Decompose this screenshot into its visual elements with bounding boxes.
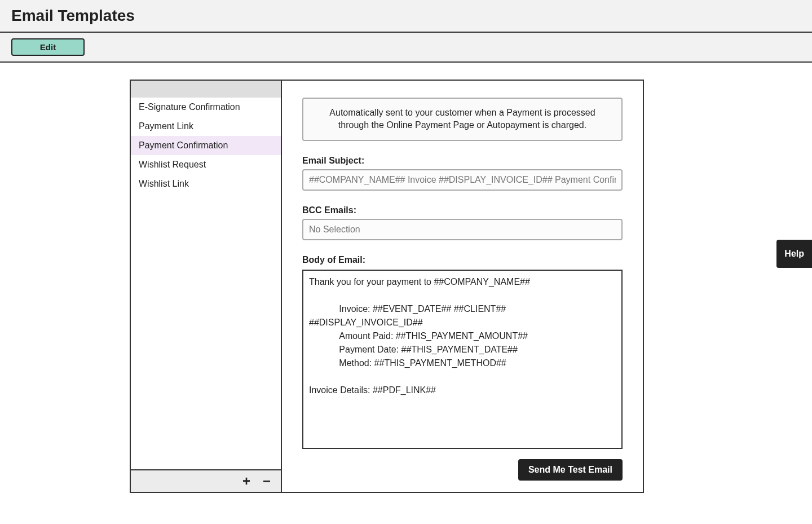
minus-icon[interactable]: − xyxy=(263,474,271,488)
send-test-email-button[interactable]: Send Me Test Email xyxy=(518,459,623,481)
action-row: Send Me Test Email xyxy=(302,459,623,481)
sidebar-item-label: E-Signature Confirmation xyxy=(139,102,240,112)
bcc-emails-input[interactable] xyxy=(302,219,623,240)
sidebar-item-wishlist-link[interactable]: Wishlist Link xyxy=(131,174,281,193)
sidebar-item-label: Payment Confirmation xyxy=(139,140,228,150)
header: Email Templates Edit xyxy=(0,0,812,63)
edit-button[interactable]: Edit xyxy=(11,38,85,56)
sidebar-item-label: Wishlist Link xyxy=(139,179,189,188)
template-description: Automatically sent to your customer when… xyxy=(302,98,623,141)
bcc-emails-label: BCC Emails: xyxy=(302,205,623,215)
help-tab[interactable]: Help xyxy=(776,240,812,268)
sidebar-footer: + − xyxy=(131,469,281,492)
sidebar-item-label: Payment Link xyxy=(139,121,193,131)
sidebar-item-payment-confirmation[interactable]: Payment Confirmation xyxy=(131,136,281,155)
email-subject-input[interactable] xyxy=(302,169,623,191)
sidebar-list: E-Signature Confirmation Payment Link Pa… xyxy=(131,98,281,469)
sidebar: E-Signature Confirmation Payment Link Pa… xyxy=(131,81,282,492)
toolbar: Edit xyxy=(0,33,812,61)
page-title: Email Templates xyxy=(0,0,812,33)
sidebar-item-payment-link[interactable]: Payment Link xyxy=(131,117,281,136)
sidebar-item-esignature-confirmation[interactable]: E-Signature Confirmation xyxy=(131,98,281,117)
main: Automatically sent to your customer when… xyxy=(282,81,643,492)
email-subject-label: Email Subject: xyxy=(302,156,623,166)
sidebar-item-label: Wishlist Request xyxy=(139,160,206,169)
plus-icon[interactable]: + xyxy=(242,474,250,488)
body-label: Body of Email: xyxy=(302,255,623,265)
panel: E-Signature Confirmation Payment Link Pa… xyxy=(130,80,644,493)
sidebar-item-wishlist-request[interactable]: Wishlist Request xyxy=(131,155,281,174)
sidebar-header xyxy=(131,81,281,98)
workspace: E-Signature Confirmation Payment Link Pa… xyxy=(0,63,812,493)
email-body-textarea[interactable]: Thank you for your payment to ##COMPANY_… xyxy=(302,270,623,449)
